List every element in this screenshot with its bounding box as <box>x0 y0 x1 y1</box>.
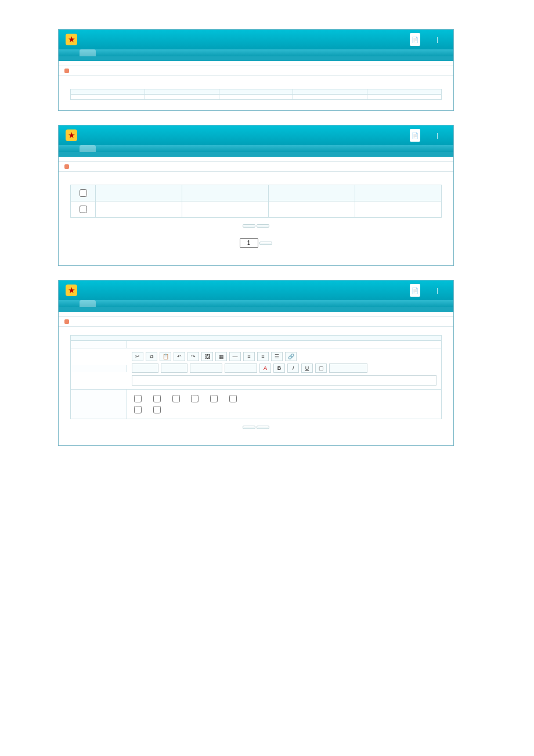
rte-toolbar-2: A B I U ▢ <box>132 363 436 373</box>
cancel-button[interactable] <box>257 426 269 429</box>
app-logo-icon: ★ <box>66 285 77 296</box>
rte-table-icon[interactable]: ▦ <box>215 352 227 361</box>
rte-bgcolor-icon[interactable]: ▢ <box>315 363 327 373</box>
app-logo-icon: ★ <box>66 34 77 45</box>
rte-fontcolor-icon[interactable]: A <box>259 363 271 373</box>
table-row <box>71 95 442 100</box>
submit-button[interactable] <box>243 426 255 429</box>
screenshot-1: ★ 📄 | <box>58 29 454 111</box>
rte-redo-icon[interactable]: ↷ <box>187 352 199 361</box>
top-nav <box>59 145 453 152</box>
screenshot-2: ★ 📄 | <box>58 125 454 266</box>
row-checkbox[interactable] <box>80 206 87 213</box>
cell-class-name <box>71 95 145 100</box>
label-project-name <box>71 341 127 348</box>
nav-personal-info[interactable] <box>145 49 161 56</box>
rte-paste-icon[interactable]: 📋 <box>160 352 171 361</box>
nav-resource-center[interactable] <box>96 145 112 152</box>
cell-unconfirmed <box>293 95 367 100</box>
cell-confirmed <box>219 95 293 100</box>
nav-personal-info[interactable] <box>145 300 161 307</box>
nav-mail-mgmt[interactable] <box>128 300 145 307</box>
sub-nav <box>59 307 453 312</box>
class-table <box>70 89 442 100</box>
rte-align-left-icon[interactable]: ≡ <box>243 352 255 361</box>
step-checkbox[interactable] <box>191 395 199 402</box>
rte-bold-icon[interactable]: B <box>273 363 285 373</box>
breadcrumb-icon <box>64 319 69 324</box>
form-section-title <box>70 335 442 341</box>
nav-exam-center[interactable] <box>112 145 128 152</box>
breadcrumb <box>59 66 453 76</box>
step-checkbox[interactable] <box>153 395 161 402</box>
rte-editor[interactable] <box>132 375 436 386</box>
col-project-name <box>182 185 269 201</box>
nav-project-mgmt[interactable] <box>80 49 96 56</box>
nav-project-mgmt[interactable] <box>80 300 96 307</box>
nav-class-mgmt[interactable] <box>63 145 80 152</box>
rte-cut-icon[interactable]: ✂ <box>132 352 143 361</box>
user-role-line <box>59 61 453 66</box>
delete-button[interactable] <box>257 224 269 228</box>
top-nav <box>59 300 453 307</box>
rte-hr-icon[interactable]: — <box>229 352 241 361</box>
breadcrumb-icon <box>64 164 69 169</box>
rte-toolbar: ✂ ⧉ 📋 ↶ ↷ 🖼 ▦ — ≡ ≡ ☰ 🔗 <box>132 352 436 361</box>
rte-undo-icon[interactable]: ↶ <box>174 352 185 361</box>
task-table <box>70 185 442 218</box>
app-header: ★ 📄 | <box>59 30 453 49</box>
rte-image-icon[interactable]: 🖼 <box>201 352 213 361</box>
add-button[interactable] <box>243 224 255 228</box>
col-action <box>355 185 442 201</box>
badge-icon: 📄 <box>410 129 420 142</box>
rte-copy-icon[interactable]: ⧉ <box>146 352 157 361</box>
step-checkbox[interactable] <box>210 395 218 402</box>
col-action <box>367 89 442 95</box>
go-button[interactable] <box>259 242 272 245</box>
label-steps <box>71 390 127 419</box>
step-checkbox[interactable] <box>134 395 142 402</box>
col-class-name <box>71 89 145 95</box>
top-nav <box>59 49 453 56</box>
step-checkbox[interactable] <box>153 406 161 413</box>
rte-list-icon[interactable]: ☰ <box>271 352 283 361</box>
cell-project-name <box>182 201 269 218</box>
nav-exam-center[interactable] <box>112 49 128 56</box>
nav-mail-mgmt[interactable] <box>128 49 145 56</box>
app-header: ★ 📄 | <box>59 125 453 145</box>
nav-mail-mgmt[interactable] <box>128 145 145 152</box>
sub-nav <box>59 152 453 157</box>
page-input[interactable] <box>240 238 258 248</box>
pager <box>70 233 442 255</box>
breadcrumb-icon <box>64 69 69 73</box>
cell-apply <box>145 95 219 100</box>
rte-para-style-select[interactable] <box>190 363 222 373</box>
rte-underline-icon[interactable]: U <box>301 363 313 373</box>
nav-class-mgmt[interactable] <box>63 49 80 56</box>
rte-size-select[interactable] <box>161 363 187 373</box>
breadcrumb <box>59 317 453 327</box>
rte-normal-style-select[interactable] <box>225 363 257 373</box>
rte-italic-icon[interactable]: I <box>287 363 299 373</box>
rte-link-icon[interactable]: 🔗 <box>285 352 297 361</box>
nav-exam-center[interactable] <box>112 300 128 307</box>
nav-resource-center[interactable] <box>96 49 112 56</box>
step-checkbox[interactable] <box>229 395 237 402</box>
nav-project-mgmt[interactable] <box>80 145 96 152</box>
col-confirmed-count <box>219 89 293 95</box>
nav-personal-info[interactable] <box>145 145 161 152</box>
col-unconfirmed-count <box>293 89 367 95</box>
rte-align-center-icon[interactable]: ≡ <box>257 352 269 361</box>
step-checkbox[interactable] <box>134 406 142 413</box>
rte-font-select[interactable] <box>132 363 158 373</box>
badge-icon: 📄 <box>410 284 420 297</box>
badge-icon: 📄 <box>410 33 420 46</box>
nav-class-mgmt[interactable] <box>63 300 80 307</box>
step-checkbox[interactable] <box>172 395 180 402</box>
col-apply-count <box>145 89 219 95</box>
nav-resource-center[interactable] <box>96 300 112 307</box>
table-row <box>71 201 442 218</box>
select-all-checkbox[interactable] <box>80 189 87 197</box>
rte-html-source[interactable] <box>329 363 367 373</box>
col-add-time <box>269 185 355 201</box>
